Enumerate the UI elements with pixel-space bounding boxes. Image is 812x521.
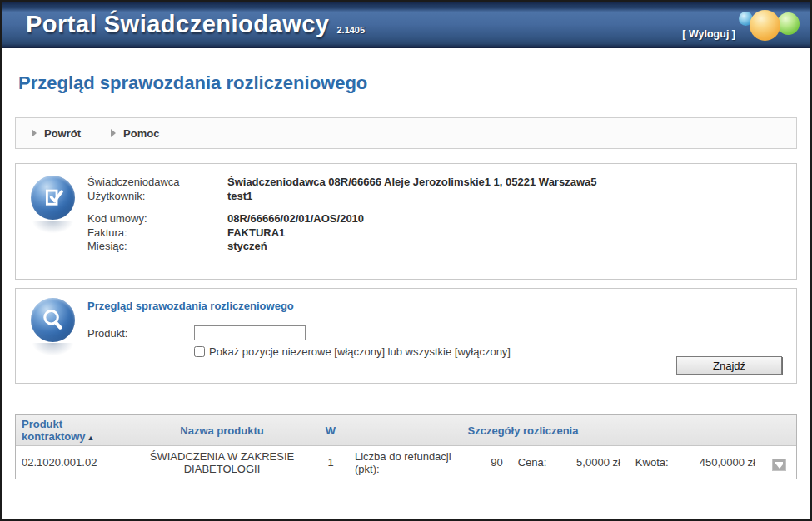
- header-w[interactable]: W: [311, 424, 350, 437]
- field-value: 08R/66666/02/01/AOS/2010: [227, 212, 364, 226]
- nonzero-filter-label: Pokaż pozycje niezerowe [włączony] lub w…: [209, 345, 511, 358]
- green-sphere-icon: [777, 12, 800, 35]
- navbar: Powrót Pomoc: [15, 117, 797, 149]
- field-kod-umowy: Kod umowy: 08R/66666/02/01/AOS/2010: [87, 212, 596, 226]
- magnifier-sphere-icon: [31, 298, 75, 342]
- field-value: Świadczeniodawca 08R/66666 Aleje Jerozol…: [227, 176, 596, 190]
- nav-label: Pomoc: [123, 127, 159, 140]
- app-version: 2.1405: [336, 25, 365, 37]
- field-uzytkownik: Użytkownik: test1: [87, 190, 596, 204]
- refund-value: 90: [465, 456, 503, 469]
- table-row: 02.1020.001.02 ŚWIADCZENIA W ZAKRESIE DI…: [16, 446, 796, 479]
- field-label: Faktura:: [87, 226, 227, 241]
- chevron-down-icon: [776, 464, 783, 469]
- header-label: Produkt kontraktowy: [22, 418, 86, 443]
- page: Portal Świadczeniodawcy 2.1405 [ Wyloguj…: [0, 0, 812, 521]
- product-row: Produkt:: [87, 325, 796, 340]
- field-label: Świadczeniodawca: [87, 176, 227, 190]
- find-button[interactable]: Znajdź: [676, 356, 782, 375]
- check-document-sphere-icon: [31, 176, 75, 220]
- orange-sphere-icon: [750, 10, 780, 41]
- product-label: Produkt:: [87, 327, 194, 340]
- table-header-row: Produkt kontraktowy▲ Nazwa produktu W Sz…: [16, 415, 796, 446]
- nav-label: Powrót: [44, 127, 81, 140]
- app-header: Portal Świadczeniodawcy 2.1405 [ Wyloguj…: [2, 2, 810, 48]
- field-value: styczeń: [227, 240, 267, 254]
- field-faktura: Faktura: FAKTURA1: [87, 226, 596, 241]
- field-label: Miesiąc:: [87, 240, 227, 254]
- cell-product-code: 02.1020.001.02: [16, 456, 132, 469]
- header-settlement-details: Szczegóły rozliczenia: [350, 424, 796, 437]
- page-title: Przegląd sprawozdania rozliczeniowego: [18, 72, 797, 94]
- field-swiadczeniodawca: Świadczeniodawca Świadczeniodawca 08R/66…: [87, 176, 596, 190]
- content: Przegląd sprawozdania rozliczeniowego Po…: [2, 72, 810, 479]
- search-panel-heading: Przegląd sprawozdania rozliczeniowego: [87, 300, 796, 312]
- settlement-table: Produkt kontraktowy▲ Nazwa produktu W Sz…: [15, 414, 797, 479]
- cell-w: 1: [311, 456, 350, 469]
- amount-label: Kwota:: [635, 456, 669, 469]
- price-label: Cena:: [518, 456, 547, 469]
- nav-item-powrot[interactable]: Powrót: [32, 127, 81, 140]
- refund-label: Liczba do refundacji (pkt):: [355, 450, 465, 475]
- expand-wrap: [772, 454, 786, 472]
- provider-fields: Świadczeniodawca Świadczeniodawca 08R/66…: [87, 175, 596, 279]
- product-input[interactable]: [194, 325, 306, 340]
- cell-settlement-details: Liczba do refundacji (pkt): 90 Cena: 5,0…: [350, 450, 796, 475]
- info-icon-column: [16, 175, 87, 279]
- search-icon-column: [16, 297, 87, 383]
- amount-value: 450,0000 zł: [669, 456, 755, 469]
- field-label: Kod umowy:: [87, 212, 227, 226]
- app-title-group: Portal Świadczeniodawcy 2.1405: [26, 11, 365, 37]
- field-miesiac: Miesiąc: styczeń: [87, 240, 596, 254]
- nav-item-pomoc[interactable]: Pomoc: [111, 127, 159, 140]
- sort-asc-icon: ▲: [87, 434, 95, 442]
- search-panel: Przegląd sprawozdania rozliczeniowego Pr…: [15, 288, 797, 384]
- app-title: Portal Świadczeniodawcy: [26, 11, 329, 37]
- field-value: test1: [227, 190, 252, 204]
- sphere-reflection: [32, 343, 73, 355]
- decor-spheres: [728, 6, 806, 46]
- price-value: 5,0000 zł: [546, 456, 620, 469]
- expand-icon-bar: [775, 462, 783, 464]
- header-product-contract[interactable]: Produkt kontraktowy▲: [16, 418, 132, 443]
- sphere-reflection: [32, 221, 73, 233]
- checkbox-check-glyph: [40, 185, 66, 211]
- search-icon: [40, 307, 66, 333]
- arrow-right-icon: [32, 129, 37, 137]
- field-value: FAKTURA1: [227, 226, 285, 241]
- expand-row-button[interactable]: [772, 459, 786, 471]
- cell-product-name: ŚWIADCZENIA W ZAKRESIE DIABETOLOGII: [132, 450, 311, 475]
- header-product-name[interactable]: Nazwa produktu: [132, 424, 311, 437]
- provider-info-panel: Świadczeniodawca Świadczeniodawca 08R/66…: [15, 163, 797, 280]
- arrow-right-icon: [111, 129, 116, 137]
- field-label: Użytkownik:: [87, 190, 227, 204]
- nonzero-filter-checkbox[interactable]: [194, 346, 205, 357]
